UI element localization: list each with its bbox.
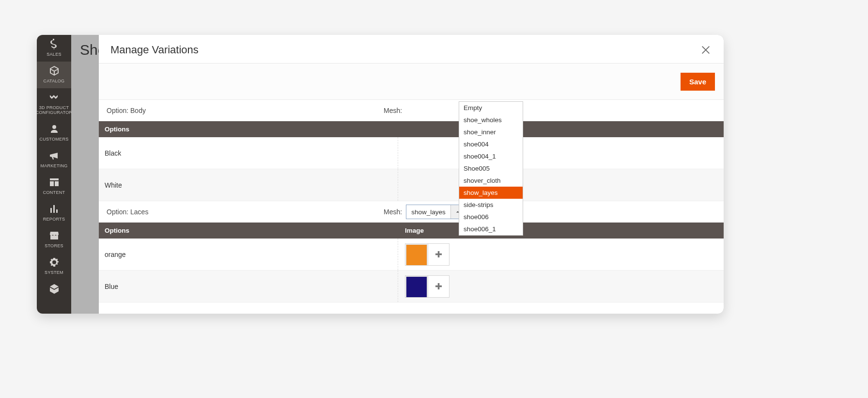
sidebar-item-system[interactable]: SYSTEM	[37, 253, 71, 280]
color-swatch[interactable]	[406, 276, 427, 298]
sidebar-label: CATALOG	[44, 79, 65, 83]
sidebar-label: REPORTS	[43, 217, 65, 222]
option-name: Black	[105, 149, 405, 157]
table-header-laces: Options Image	[99, 223, 724, 239]
dropdown-option[interactable]: shoe_wholes	[459, 114, 523, 126]
sidebar-item-stores[interactable]: STORES	[37, 226, 71, 253]
section-laces-header: Option: Laces Mesh: show_layes	[99, 201, 724, 223]
sidebar-item-content[interactable]: CONTENT	[37, 173, 71, 200]
save-button[interactable]: Save	[681, 73, 715, 91]
modal-header: Manage Variations	[99, 35, 724, 64]
close-icon	[700, 45, 711, 55]
mesh-label-laces: Mesh:	[384, 208, 402, 216]
person-icon	[48, 123, 60, 135]
sidebar-label: CONTENT	[43, 190, 65, 195]
dropdown-option[interactable]: side-strips	[459, 199, 523, 211]
dropdown-option[interactable]: Shoe005	[459, 162, 523, 175]
add-swatch-button[interactable]: ✚	[428, 244, 449, 265]
sidebar-label: SYSTEM	[45, 270, 63, 275]
dropdown-option[interactable]: shoe_inner	[459, 126, 523, 138]
sidebar-label: MARKETING	[40, 163, 67, 168]
option-label-body: Option: Body	[107, 107, 384, 114]
dollar-icon	[48, 38, 60, 50]
option-label-laces: Option: Laces	[107, 208, 384, 216]
mesh-label-body: Mesh:	[384, 107, 402, 114]
dropdown-option[interactable]: shoe004	[459, 138, 523, 150]
section-body-header: Option: Body Mesh:	[99, 100, 724, 121]
megaphone-icon	[48, 150, 60, 161]
add-swatch-button[interactable]: ✚	[428, 276, 449, 297]
table-row: White	[99, 169, 724, 201]
option-name: White	[105, 181, 405, 189]
modal-body: Option: Body Mesh: Options Black White	[99, 100, 724, 312]
option-name: orange	[105, 251, 405, 258]
bar-chart-icon	[48, 203, 60, 215]
dropdown-option[interactable]: shoe006_1	[459, 223, 523, 235]
sidebar-label: CUSTOMERS	[39, 137, 68, 142]
close-button[interactable]	[699, 44, 712, 56]
col-image-header: Image	[405, 227, 718, 234]
table-row: orange ✚	[99, 239, 724, 271]
package-icon	[48, 283, 60, 295]
sidebar-item-reports[interactable]: REPORTS	[37, 200, 71, 226]
manage-variations-modal: Manage Variations Save Option: Body Mesh…	[99, 35, 724, 314]
mesh-select-value: show_layes	[406, 208, 450, 216]
admin-sidebar: SALES CATALOG 3D PRODUCT CONFIGURATOR CU…	[37, 35, 71, 314]
app-shell: SALES CATALOG 3D PRODUCT CONFIGURATOR CU…	[37, 35, 724, 314]
plus-icon: ✚	[435, 249, 442, 260]
modal-title: Manage Variations	[110, 44, 199, 56]
dropdown-option[interactable]: show_layes	[459, 187, 523, 199]
table-row: Blue ✚	[99, 271, 724, 302]
sidebar-item-catalog[interactable]: CATALOG	[37, 62, 71, 88]
sidebar-item-sales[interactable]: SALES	[37, 35, 71, 62]
sidebar-label: STORES	[45, 243, 63, 248]
layout-icon	[48, 176, 60, 188]
col-options-header: Options	[105, 227, 405, 234]
swatch-group: ✚	[405, 275, 450, 298]
store-icon	[48, 230, 60, 241]
dropdown-option[interactable]: Empty	[459, 102, 523, 114]
table-row: Black	[99, 137, 724, 169]
sidebar-item-3d-configurator[interactable]: 3D PRODUCT CONFIGURATOR	[37, 88, 71, 120]
dropdown-option[interactable]: shoe006	[459, 211, 523, 223]
plus-icon: ✚	[435, 281, 442, 292]
wand-icon	[48, 92, 60, 103]
sidebar-item-more[interactable]	[37, 280, 71, 296]
sidebar-item-marketing[interactable]: MARKETING	[37, 146, 71, 173]
mesh-select[interactable]: show_layes	[406, 205, 465, 219]
table-header-body: Options	[99, 121, 724, 137]
dropdown-option[interactable]: shoe004_1	[459, 150, 523, 162]
dropdown-option[interactable]: shover_cloth	[459, 175, 523, 187]
option-name: Blue	[105, 283, 405, 290]
col-options-header: Options	[105, 126, 405, 133]
gear-icon	[48, 256, 60, 268]
mesh-dropdown-list: Empty shoe_wholes shoe_inner shoe004 sho…	[459, 101, 523, 236]
sidebar-label: SALES	[46, 52, 62, 57]
modal-toolbar: Save	[99, 64, 724, 100]
swatch-group: ✚	[405, 243, 450, 266]
color-swatch[interactable]	[406, 244, 427, 266]
sidebar-label: 3D PRODUCT CONFIGURATOR	[37, 105, 72, 115]
box-icon	[48, 65, 60, 77]
sidebar-item-customers[interactable]: CUSTOMERS	[37, 120, 71, 146]
